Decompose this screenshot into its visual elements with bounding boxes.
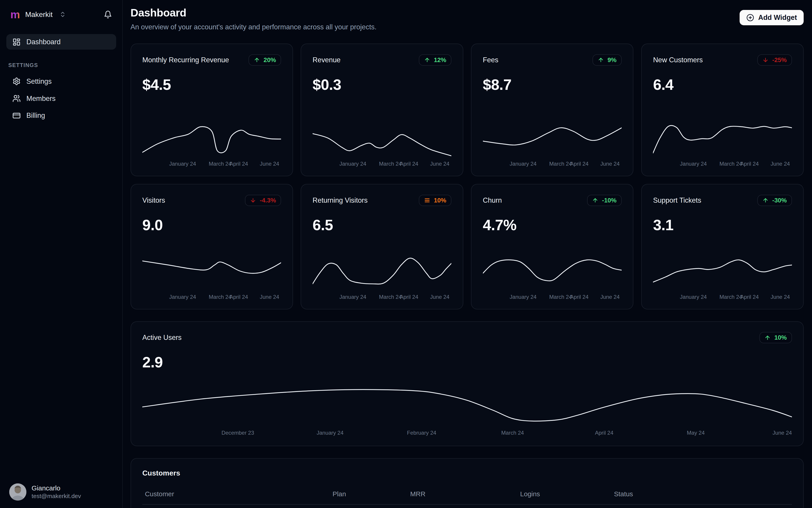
axis-label: March 24 [209,161,231,167]
sparkline: January 24 March 24 April 24 June 24 [653,123,792,169]
axis-label: January 24 [509,161,536,167]
column-header-mrr: MRR [410,490,520,498]
active-users-card: Active Users 10% 2.9 December 23 January… [131,322,804,446]
arrow-up-icon [254,57,260,63]
gear-icon [12,77,21,86]
sparkline: January 24 March 24 April 24 June 24 [483,256,622,302]
chevrons-up-down-icon [59,11,66,18]
axis-label: March 24 [549,294,572,300]
page-header: Dashboard An overview of your account's … [131,6,804,31]
axis-label: March 24 [379,294,402,300]
card-title: Fees [483,56,498,64]
sparkline: January 24 March 24 April 24 June 24 [313,123,451,169]
workspace-name: Makerkit [25,10,52,19]
metric-value: $8.7 [483,76,622,93]
trend-value: -30% [772,197,787,204]
trend-value: 12% [434,56,446,64]
settings-section-label: SETTINGS [8,62,114,69]
users-icon [12,94,21,103]
axis-label: June 24 [770,161,790,167]
trend-badge: 9% [592,54,622,66]
page-subtitle: An overview of your account's activity a… [131,23,377,31]
sidebar-item-settings[interactable]: Settings [6,74,116,89]
trend-value: 9% [607,56,617,64]
stat-card-visitors: Visitors -4.3% 9.0 January 24 March 24 [131,184,293,309]
card-title: Monthly Recurring Revenue [142,56,229,64]
trend-badge: -30% [757,195,792,206]
axis-label: December 23 [222,430,254,436]
axis-label: February 24 [407,430,436,436]
trend-badge: 10% [760,332,792,343]
makerkit-logo: m [10,10,20,19]
customers-table-header: Customer Plan MRR Logins Status [142,490,792,505]
customers-card: Customers Customer Plan MRR Logins Statu… [131,458,804,508]
main-content: Dashboard An overview of your account's … [123,0,812,508]
arrow-down-icon [762,57,769,63]
plus-circle-icon [747,14,754,22]
sidebar-item-label: Members [27,94,55,103]
arrow-up-icon [762,197,769,204]
arrow-up-icon [592,197,598,204]
workspace-selector[interactable]: m Makerkit [6,9,116,19]
axis-label: January 24 [680,161,707,167]
axis-label: April 24 [595,430,614,436]
menu-icon [424,197,431,204]
trend-value: 20% [264,56,276,64]
trend-badge: 10% [419,195,451,206]
axis-label: January 24 [169,161,196,167]
axis-label: March 24 [549,161,572,167]
axis-label: April 24 [400,161,418,167]
metric-value: $0.3 [313,76,451,93]
axis-label: January 24 [169,294,196,300]
sidebar-item-label: Settings [27,77,52,86]
user-menu[interactable]: Giancarlo test@makerkit.dev [6,483,116,501]
credit-card-icon [12,112,21,120]
metric-value: $4.5 [142,76,281,93]
axis-label: June 24 [430,161,450,167]
axis-label: June 24 [772,430,792,436]
trend-badge: 20% [249,54,281,66]
metric-value: 9.0 [142,216,281,234]
sidebar: m Makerkit Dashboard SETTINGS [0,0,123,508]
axis-label: January 24 [509,294,536,300]
sidebar-item-billing[interactable]: Billing [6,108,116,123]
page-title: Dashboard [131,6,377,19]
metric-value: 3.1 [653,216,792,234]
card-title: Churn [483,196,502,205]
user-email: test@makerkit.dev [32,493,81,500]
sparkline: January 24 March 24 April 24 June 24 [142,123,281,169]
trend-badge: -10% [587,195,622,206]
axis-label: June 24 [260,294,279,300]
stats-grid: Monthly Recurring Revenue 20% $4.5 Janua… [131,44,804,309]
card-title: Visitors [142,196,165,205]
card-title: Support Tickets [653,196,701,205]
axis-label: March 24 [720,161,742,167]
trend-value: -4.3% [260,197,276,204]
metric-value: 6.5 [313,216,451,234]
trend-value: 10% [774,334,787,341]
sidebar-item-dashboard[interactable]: Dashboard [6,34,116,50]
user-name: Giancarlo [32,484,81,492]
column-header-plan: Plan [332,490,410,498]
axis-label: January 24 [340,161,366,167]
stat-card-revenue: Revenue 12% $0.3 January 24 March 24 [301,44,463,176]
column-header-logins: Logins [520,490,614,498]
notifications-button[interactable] [103,9,113,19]
stat-card-new-customers: New Customers -25% 6.4 January 24 March … [641,44,804,176]
stat-card-support-tickets: Support Tickets -30% 3.1 January 24 Marc… [641,184,804,309]
card-title: Returning Visitors [313,196,368,205]
sidebar-item-members[interactable]: Members [6,91,116,106]
card-title: New Customers [653,56,703,64]
sidebar-item-label: Billing [27,112,45,120]
card-title: Active Users [142,334,182,342]
bell-icon [104,10,112,19]
arrow-up-icon [424,57,431,63]
axis-label: April 24 [740,294,759,300]
sidebar-item-label: Dashboard [27,38,61,46]
axis-label: June 24 [600,294,620,300]
metric-value: 6.4 [653,76,792,93]
add-widget-button[interactable]: Add Widget [739,10,804,26]
stat-card-churn: Churn -10% 4.7% January 24 March 24 [471,184,633,309]
axis-label: January 24 [340,294,366,300]
sparkline: January 24 March 24 April 24 June 24 [483,123,622,169]
